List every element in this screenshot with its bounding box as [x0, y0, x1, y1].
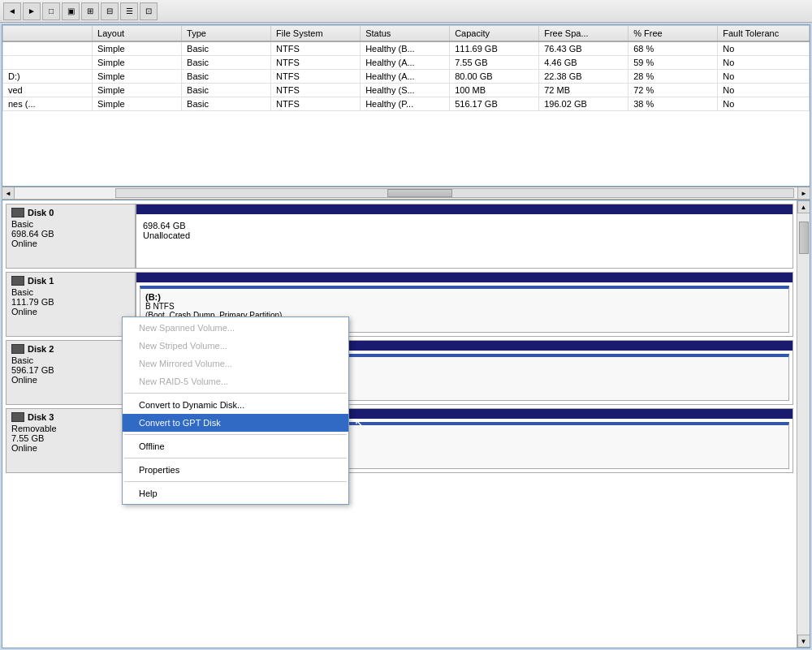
disk-status: Online [11, 307, 130, 316]
menu-separator [124, 481, 347, 482]
context-menu: New Spanned Volume...New Striped Volume.… [122, 316, 349, 505]
table-row[interactable]: ved Simple Basic NTFS Healthy (S... 100 … [3, 84, 810, 97]
cell-pct-free: 59 % [628, 56, 718, 70]
disk-icon [11, 412, 24, 422]
cell-free: 76.43 GB [539, 41, 628, 56]
disk-type: Basic [11, 219, 130, 229]
menu-item-3: New RAID-5 Volume... [123, 372, 348, 390]
menu-separator [124, 458, 347, 458]
table-row[interactable]: D:) Simple Basic NTFS Healthy (A... 80.0… [3, 70, 810, 84]
disk-name: Disk 2 [11, 344, 130, 354]
menu-separator [124, 434, 347, 435]
cell-pct-free: 28 % [628, 70, 718, 84]
cell-free: 72 MB [539, 84, 628, 97]
disk-icon [11, 276, 24, 286]
col-type: Type [182, 26, 271, 42]
menu-item-4[interactable]: Convert to Dynamic Disk... [123, 396, 348, 414]
cell-pct-free: 38 % [628, 97, 718, 111]
cell-capacity: 100 MB [450, 84, 539, 97]
cell-name: nes (... [3, 97, 93, 111]
cell-fault: No [718, 84, 810, 97]
cursor-arrow: ↖ [354, 415, 365, 431]
cell-free: 4.46 GB [539, 56, 628, 70]
disk-icon [11, 344, 24, 354]
vertical-scrollbar[interactable]: ▲ ▼ [797, 200, 810, 648]
v-scroll-up[interactable]: ▲ [797, 200, 810, 213]
col-fault: Fault Toleranc [718, 26, 810, 42]
cell-fault: No [718, 97, 810, 111]
disk-table: Layout Type File System Status Capacity … [2, 25, 810, 111]
cell-type: Basic [182, 84, 271, 97]
menu-item-8[interactable]: Help [123, 484, 348, 502]
menu-item-1: New Striped Volume... [123, 337, 348, 355]
table-header-row: Layout Type File System Status Capacity … [3, 26, 810, 42]
col-status: Status [361, 26, 450, 42]
cell-fs: NTFS [271, 70, 361, 84]
disk-row-0: Disk 0 Basic 698.64 GB Online 698.64 GB … [6, 204, 793, 269]
cell-status: Healthy (B... [361, 41, 450, 56]
disk-type: Removable [11, 424, 130, 433]
menu-item-5[interactable]: Convert to GPT Disk↖ [123, 414, 348, 432]
disk-type: Basic [11, 355, 130, 365]
menu-item-2: New Mirrored Volume... [123, 355, 348, 372]
disk-size: 111.79 GB [11, 297, 130, 307]
cell-fs: NTFS [271, 84, 361, 97]
table-row[interactable]: Simple Basic NTFS Healthy (A... 7.55 GB … [3, 56, 810, 70]
h-scroll-right[interactable]: ► [797, 187, 810, 200]
cell-layout: Simple [93, 84, 182, 97]
cell-pct-free: 68 % [628, 41, 718, 56]
cell-capacity: 7.55 GB [450, 56, 539, 70]
disk-label-0[interactable]: Disk 0 Basic 698.64 GB Online [6, 204, 136, 269]
toolbar-btn-4[interactable]: ⊟ [101, 2, 119, 20]
v-scroll-thumb[interactable] [799, 222, 809, 254]
disk-partitions-0[interactable]: 698.64 GB Unallocated [136, 204, 793, 269]
cell-layout: Simple [93, 41, 182, 56]
v-scroll-track[interactable] [798, 213, 810, 635]
cell-fault: No [718, 70, 810, 84]
cell-status: Healthy (A... [361, 56, 450, 70]
cell-status: Healthy (A... [361, 70, 450, 84]
horizontal-scrollbar[interactable]: ◄ ► [2, 187, 810, 200]
disk-label-3[interactable]: Disk 3 Removable 7.55 GB Online [6, 408, 136, 473]
disk-icon [11, 208, 24, 217]
col-pct-free: % Free [628, 26, 718, 42]
col-layout: Layout [93, 26, 182, 42]
cell-capacity: 516.17 GB [450, 97, 539, 111]
h-scroll-left[interactable]: ◄ [2, 187, 15, 200]
toolbar-back[interactable]: ◄ [3, 2, 21, 20]
v-scroll-down[interactable]: ▼ [797, 635, 810, 648]
disk-label-1[interactable]: Disk 1 Basic 111.79 GB Online [6, 272, 136, 337]
disk-size: 596.17 GB [11, 365, 130, 375]
cell-name [3, 41, 93, 56]
menu-item-6[interactable]: Offline [123, 437, 348, 455]
disk-name: Disk 1 [11, 276, 130, 286]
main-container: Layout Type File System Status Capacity … [0, 23, 812, 650]
toolbar-btn-1[interactable]: □ [42, 2, 60, 20]
toolbar-btn-2[interactable]: ▣ [62, 2, 80, 20]
table-row[interactable]: Simple Basic NTFS Healthy (B... 111.69 G… [3, 41, 810, 56]
toolbar-btn-6[interactable]: ⊡ [140, 2, 158, 20]
cell-pct-free: 72 % [628, 84, 718, 97]
toolbar-forward[interactable]: ► [23, 2, 41, 20]
cell-type: Basic [182, 56, 271, 70]
toolbar-btn-5[interactable]: ☰ [120, 2, 138, 20]
h-scroll-thumb[interactable] [387, 189, 452, 197]
menu-item-0: New Spanned Volume... [123, 319, 348, 337]
cell-status: Healthy (P... [361, 97, 450, 111]
disk-label-2[interactable]: Disk 2 Basic 596.17 GB Online [6, 340, 136, 405]
h-scroll-track[interactable] [115, 188, 794, 198]
cell-fs: NTFS [271, 56, 361, 70]
cell-fault: No [718, 56, 810, 70]
disk-size: 7.55 GB [11, 433, 130, 443]
disk-id: Disk 2 [28, 344, 54, 354]
cell-name: D:) [3, 70, 93, 84]
menu-item-7[interactable]: Properties [123, 461, 348, 479]
disk-size: 698.64 GB [11, 229, 130, 239]
cell-free: 196.02 GB [539, 97, 628, 111]
cell-status: Healthy (S... [361, 84, 450, 97]
part-title: (B:) [145, 292, 784, 302]
toolbar-btn-3[interactable]: ⊞ [81, 2, 99, 20]
cell-capacity: 80.00 GB [450, 70, 539, 84]
disk-id: Disk 1 [28, 276, 54, 286]
table-row[interactable]: nes (... Simple Basic NTFS Healthy (P...… [3, 97, 810, 111]
